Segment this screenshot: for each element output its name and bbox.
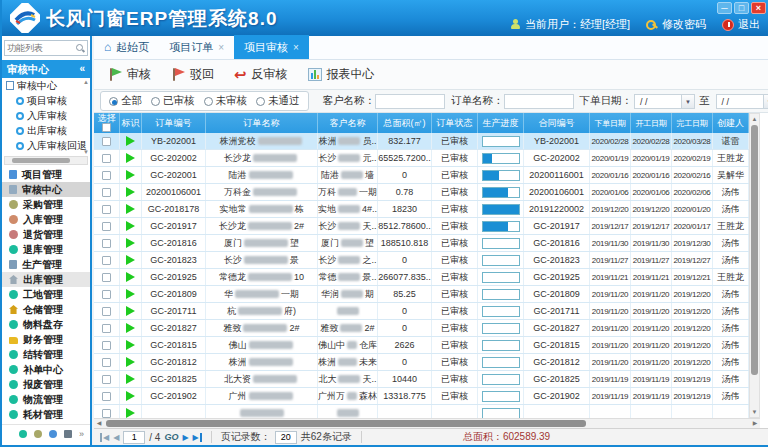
column-header-创建人[interactable]: 创建人 (713, 113, 749, 133)
column-header-合同编号[interactable]: 合同编号 (524, 113, 590, 133)
table-row[interactable]: GC-201809华一期华润期85.25已审核GC-2018092019/11/… (94, 286, 749, 303)
column-header-选择[interactable]: 选择 (94, 113, 120, 133)
table-row[interactable]: GC-202001陆港陆港墙0已审核202001160012020/01/162… (94, 167, 749, 184)
close-tab-icon[interactable]: × (293, 42, 299, 53)
sidebar-item-退货管理[interactable]: 退货管理 (2, 227, 90, 242)
row-checkbox[interactable] (102, 188, 111, 197)
table-row[interactable]: GC-201815佛山佛山中仓库2626已审核GC-2018152019/11/… (94, 337, 749, 354)
row-checkbox[interactable] (102, 358, 111, 367)
page-number-input[interactable] (123, 431, 145, 444)
tab-起始页[interactable]: ⌂起始页 (94, 35, 159, 59)
column-header-客户名称[interactable]: 客户名称 (318, 113, 378, 133)
order-date-from-picker[interactable]: / /▼ (634, 94, 695, 109)
sidebar-item-审核中心[interactable]: 审核中心 (2, 182, 90, 197)
select-all-checkbox[interactable] (102, 123, 111, 132)
row-checkbox[interactable] (102, 409, 111, 418)
chevron-down-icon[interactable]: ▼ (682, 94, 695, 109)
table-row[interactable]: GC-201925常德龙10常德景..266077.835..已审核GC-201… (94, 269, 749, 286)
toolbar-button-报表中心[interactable]: 报表中心 (302, 63, 385, 86)
page-size-input[interactable] (275, 431, 297, 444)
sidebar-item-耗材管理[interactable]: 耗材管理 (2, 407, 90, 422)
vertical-scroll-thumb[interactable] (751, 125, 758, 375)
table-row[interactable]: GC-201917长沙龙2#长沙天..8512.78600..已审核GC-201… (94, 218, 749, 235)
sidebar-item-仓储管理[interactable]: 仓储管理 (2, 302, 90, 317)
horizontal-scrollbar[interactable]: ◀ ▶ (94, 418, 760, 428)
scroll-down-icon[interactable]: ▼ (750, 407, 759, 417)
toolbar-button-反审核[interactable]: ↩反审核 (228, 63, 298, 86)
column-header-订单名称[interactable]: 订单名称 (206, 113, 318, 133)
sidebar-item-结转管理[interactable]: 结转管理 (2, 347, 90, 362)
row-checkbox[interactable] (102, 392, 111, 401)
close-tab-icon[interactable]: × (218, 42, 224, 53)
table-row[interactable]: GC-202002长沙龙长沙元..65525.7200..已审核GC-20200… (94, 150, 749, 167)
search-icon[interactable] (76, 44, 85, 53)
tree-node-出库审核[interactable]: 出库审核 (2, 123, 90, 138)
column-header-订单编号[interactable]: 订单编号 (142, 113, 206, 133)
row-checkbox[interactable] (102, 324, 111, 333)
column-header-标识[interactable]: 标识 (120, 113, 142, 133)
table-row[interactable]: GC-2018178实地常栋实地4#..18230已审核201912200022… (94, 201, 749, 218)
column-header-完工日期[interactable]: 完工日期 (672, 113, 713, 133)
table-row[interactable]: GC-201823长沙景长沙之..0已审核GC-2018232019/11/27… (94, 252, 749, 269)
tree-horizontal-scrollbar[interactable] (4, 156, 88, 165)
radio-全部[interactable]: 全部 (109, 94, 142, 108)
sidebar-item-工地管理[interactable]: 工地管理 (2, 287, 90, 302)
collapse-icon[interactable]: « (79, 60, 85, 78)
row-checkbox[interactable] (102, 273, 111, 282)
column-header-订单状态[interactable]: 订单状态 (432, 113, 478, 133)
tab-项目订单[interactable]: 项目订单× (159, 35, 234, 59)
sidebar-item-物流管理[interactable]: 物流管理 (2, 392, 90, 407)
row-checkbox[interactable] (102, 205, 111, 214)
maximize-button[interactable]: □ (734, 2, 749, 14)
radio-已审核[interactable]: 已审核 (151, 94, 195, 108)
sidebar-item-项目管理[interactable]: 项目管理 (2, 167, 90, 182)
prev-page-button[interactable]: ◀ (113, 433, 119, 442)
row-checkbox[interactable] (102, 154, 111, 163)
change-password-button[interactable]: 修改密码 (646, 17, 706, 32)
order-date-from-value[interactable]: / / (634, 94, 682, 109)
function-search-input[interactable] (7, 41, 75, 55)
first-page-button[interactable]: ◀ (100, 433, 109, 442)
sidebar-item-退库管理[interactable]: 退库管理 (2, 242, 90, 257)
table-row[interactable] (94, 405, 749, 418)
table-row[interactable]: YB-202001株洲党校株洲员..832.177已审核YB-202001202… (94, 133, 749, 150)
chevron-down-icon[interactable]: ▼ (764, 94, 768, 109)
toolbar-button-驳回[interactable]: 驳回 (165, 63, 224, 86)
tree-vertical-scrollbar[interactable]: ▲▼ (82, 78, 90, 156)
sidebar-item-财务管理[interactable]: 财务管理 (2, 332, 90, 347)
tab-项目审核[interactable]: 项目审核× (234, 35, 309, 59)
sidebar-item-报废管理[interactable]: 报废管理 (2, 377, 90, 392)
scroll-up-icon[interactable]: ▲ (750, 114, 759, 124)
row-checkbox[interactable] (102, 290, 111, 299)
vertical-scrollbar[interactable]: ▲ ▼ (749, 113, 760, 418)
row-checkbox[interactable] (102, 239, 111, 248)
tree-node-项目审核[interactable]: 项目审核 (2, 93, 90, 108)
order-name-input[interactable] (504, 94, 574, 109)
tree-scroll-thumb[interactable] (12, 158, 70, 163)
column-header-生产进度[interactable]: 生产进度 (478, 113, 524, 133)
sidebar-item-出库管理[interactable]: 出库管理 (2, 272, 90, 287)
plane-icon[interactable] (49, 430, 57, 438)
minimize-button[interactable]: ─ (717, 2, 732, 14)
tree-node-入库审核回退[interactable]: 入库审核回退 (2, 138, 90, 153)
tree-node-root[interactable]: 审核中心 (2, 78, 90, 93)
row-checkbox[interactable] (102, 137, 111, 146)
row-checkbox[interactable] (102, 222, 111, 231)
overflow-icon[interactable]: » (79, 430, 84, 438)
order-date-to-picker[interactable]: / /▼ (716, 94, 768, 109)
table-row[interactable]: GC-201827雅致2#雅致2#0已审核GC-2018272019/11/20… (94, 320, 749, 337)
customer-name-input[interactable] (375, 94, 445, 109)
column-header-总面积(㎡)[interactable]: 总面积(㎡) (378, 113, 432, 133)
scroll-left-icon[interactable]: ◀ (94, 419, 104, 428)
cart-icon[interactable] (34, 430, 42, 438)
table-row[interactable]: 20200106001万科金万科一期0.78已审核202001060012020… (94, 184, 749, 201)
row-checkbox[interactable] (102, 375, 111, 384)
table-row[interactable]: GC-201816厦门望厦门望188510.818已审核GC-201816201… (94, 235, 749, 252)
order-date-to-value[interactable]: / / (716, 94, 764, 109)
dot-icon[interactable] (19, 430, 27, 438)
row-checkbox[interactable] (102, 171, 111, 180)
sidebar-item-生产管理[interactable]: 生产管理 (2, 257, 90, 272)
table-row[interactable]: GC-201825北大资北大天..10440已审核GC-2018252019/1… (94, 371, 749, 388)
row-checkbox[interactable] (102, 307, 111, 316)
radio-未通过[interactable]: 未通过 (256, 94, 300, 108)
